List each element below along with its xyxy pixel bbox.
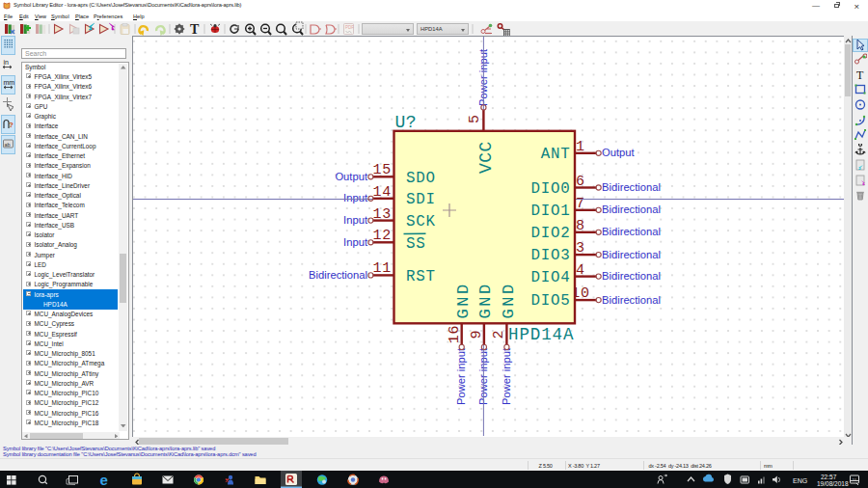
svg-text:GND: GND <box>500 282 518 318</box>
svg-text:Bidirectional: Bidirectional <box>602 249 661 260</box>
svg-text:e: e <box>100 472 108 488</box>
svg-text:HPD14A: HPD14A <box>508 325 574 344</box>
svg-text:DIO5: DIO5 <box>530 292 570 310</box>
svg-text:Input: Input <box>343 214 368 226</box>
svg-text:ENG: ENG <box>793 477 807 484</box>
svg-text:16: 16 <box>447 325 463 344</box>
svg-text:5: 5 <box>467 114 483 123</box>
svg-text:9: 9 <box>469 330 485 339</box>
svg-text:SDI: SDI <box>406 191 436 208</box>
svg-text:DIO4: DIO4 <box>530 269 570 286</box>
svg-text:PDF: PDF <box>345 25 354 30</box>
svg-text:22:57: 22:57 <box>821 474 837 480</box>
svg-text:GND: GND <box>454 282 473 318</box>
svg-text:DIO3: DIO3 <box>530 247 570 264</box>
svg-text:19/08/2018: 19/08/2018 <box>817 480 849 487</box>
svg-text:Bidirectional: Bidirectional <box>602 226 661 237</box>
svg-text:Bidirectional: Bidirectional <box>602 181 661 193</box>
svg-text:in: in <box>4 59 10 66</box>
svg-text:Bidirectional: Bidirectional <box>602 270 661 282</box>
svg-text:Bidirectional: Bidirectional <box>309 269 367 281</box>
svg-text:Bidirectional: Bidirectional <box>602 294 661 306</box>
svg-text:Input: Input <box>343 236 368 248</box>
svg-text:mm: mm <box>4 79 15 86</box>
svg-text:U?: U? <box>395 113 418 132</box>
svg-text:2: 2 <box>491 330 507 339</box>
svg-text:T: T <box>190 22 200 37</box>
svg-text:10: 10 <box>853 477 857 482</box>
svg-text:DIO0: DIO0 <box>530 180 570 198</box>
svg-text:Power input: Power input <box>501 347 512 405</box>
svg-text:Bidirectional: Bidirectional <box>602 203 661 215</box>
svg-text:SS: SS <box>406 235 426 253</box>
svg-text:?: ? <box>9 121 14 129</box>
svg-text:SCK: SCK <box>406 213 436 230</box>
svg-text:ab: ab <box>5 141 11 147</box>
svg-text:DIO1: DIO1 <box>530 203 570 220</box>
svg-text:Output: Output <box>335 171 367 182</box>
svg-text:SDO: SDO <box>406 170 436 187</box>
svg-text:DIO2: DIO2 <box>530 225 570 242</box>
svg-text:Input: Input <box>343 192 368 203</box>
svg-text:T: T <box>856 68 864 81</box>
svg-text:VCC: VCC <box>476 141 496 174</box>
svg-text:ANT: ANT <box>541 146 571 163</box>
svg-text:Power input: Power input <box>455 347 467 405</box>
svg-text:GND: GND <box>476 282 495 318</box>
svg-text:RST: RST <box>406 268 436 285</box>
svg-text:Output: Output <box>602 147 635 158</box>
